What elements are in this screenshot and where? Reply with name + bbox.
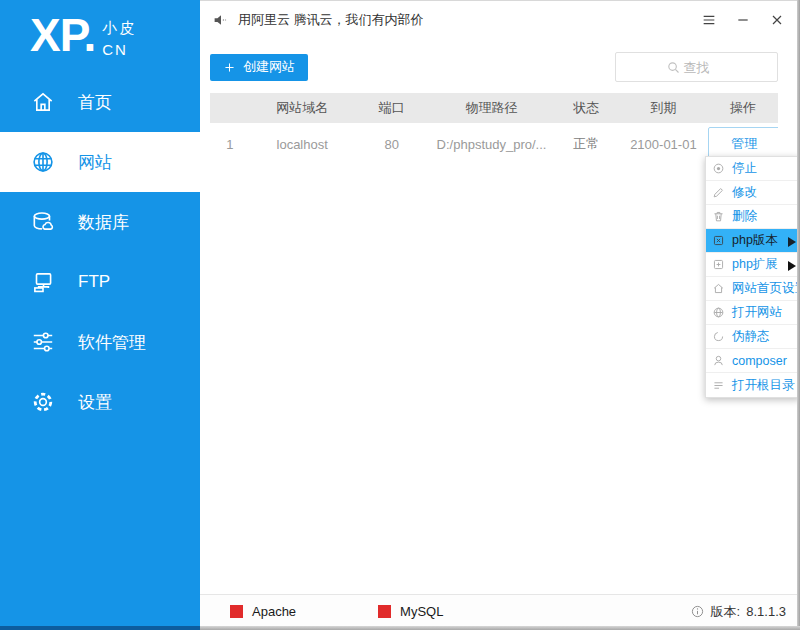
cell-index: 1 <box>210 137 250 152</box>
delete-icon <box>712 210 725 223</box>
mysql-status-icon <box>378 605 391 618</box>
window-bottom-border <box>0 626 800 630</box>
toolbar: 创建网站 <box>210 51 778 83</box>
sidebar-item-label: 设置 <box>78 391 112 414</box>
composer-icon <box>712 354 725 367</box>
cell-domain: localhost <box>250 137 355 152</box>
sidebar-item-database[interactable]: 数据库 <box>0 192 200 252</box>
menu-item-php-extension[interactable]: php扩展 <box>706 253 799 277</box>
header-expiry: 到期 <box>619 99 709 117</box>
table-row[interactable]: 1 localhost 80 D:/phpstudy_pro/... 正常 21… <box>210 123 778 165</box>
titlebar: 用阿里云 腾讯云，我们有内部价 <box>200 1 800 39</box>
table-header: 网站域名 端口 物理路径 状态 到期 操作 <box>210 93 778 123</box>
close-icon[interactable] <box>768 11 786 29</box>
cell-port: 80 <box>354 137 429 152</box>
ftp-icon <box>30 269 56 295</box>
menu-item-composer[interactable]: composer <box>706 349 799 373</box>
list-icon <box>712 379 725 392</box>
header-domain: 网站域名 <box>250 99 355 117</box>
php-version-icon <box>712 234 725 247</box>
app-logo: XP. 小皮 CN <box>0 0 200 72</box>
edit-icon <box>712 186 725 199</box>
sliders-icon <box>30 329 56 355</box>
sidebar-item-ftp[interactable]: FTP <box>0 252 200 312</box>
gear-icon <box>30 389 56 415</box>
version-info: 版本: 8.1.1.3 <box>690 603 786 621</box>
home-icon <box>30 89 56 115</box>
sidebar-item-label: 网站 <box>78 151 112 174</box>
globe-icon <box>30 149 56 175</box>
header-action: 操作 <box>708 99 778 117</box>
version-value: 8.1.1.3 <box>746 604 786 619</box>
speaker-icon <box>212 11 230 29</box>
sidebar-item-label: 软件管理 <box>78 331 146 354</box>
sidebar-item-software[interactable]: 软件管理 <box>0 312 200 372</box>
info-icon <box>690 604 705 619</box>
version-label: 版本: <box>711 603 741 621</box>
globe-icon <box>712 306 725 319</box>
header-status: 状态 <box>554 99 619 117</box>
sidebar-item-settings[interactable]: 设置 <box>0 372 200 432</box>
menu-item-rewrite[interactable]: 伪静态 <box>706 325 799 349</box>
service-mysql[interactable]: MySQL <box>378 604 443 619</box>
menu-item-php-version[interactable]: php版本 <box>706 229 799 253</box>
submenu-arrow-icon <box>787 236 797 246</box>
menu-item-delete[interactable]: 删除 <box>706 205 799 229</box>
sidebar-nav: 首页 网站 数据库 FTP <box>0 72 200 432</box>
menu-item-modify[interactable]: 修改 <box>706 181 799 205</box>
logo-subtext: 小皮 CN <box>102 17 136 61</box>
menu-item-open-website[interactable]: 打开网站 <box>706 301 799 325</box>
rewrite-icon <box>712 330 725 343</box>
php-extension-icon <box>712 258 725 271</box>
sidebar-item-label: FTP <box>78 272 110 292</box>
sidebar-item-label: 数据库 <box>78 211 129 234</box>
status-bar: Apache MySQL 版本: 8.1.1.3 <box>200 594 800 630</box>
logo-text: XP. <box>30 12 95 58</box>
hamburger-menu-icon[interactable] <box>700 11 718 29</box>
service-label: Apache <box>252 604 296 619</box>
app-window: XP. 小皮 CN 首页 网站 <box>0 0 800 630</box>
menu-item-homepage-settings[interactable]: 网站首页设置 <box>706 277 799 301</box>
create-website-button[interactable]: 创建网站 <box>210 54 308 81</box>
cell-path: D:/phpstudy_pro/... <box>429 137 554 152</box>
cell-expiry: 2100-01-01 <box>619 137 709 152</box>
home-icon <box>712 282 725 295</box>
sidebar-item-website[interactable]: 网站 <box>0 132 200 192</box>
sidebar-item-label: 首页 <box>78 91 112 114</box>
window-controls <box>700 11 786 29</box>
service-apache[interactable]: Apache <box>230 604 296 619</box>
menu-item-stop[interactable]: 停止 <box>706 157 799 181</box>
header-path: 物理路径 <box>429 99 554 117</box>
announcement-text[interactable]: 用阿里云 腾讯云，我们有内部价 <box>238 11 424 29</box>
manage-context-menu: 停止 修改 删除 php版本 php扩展 网站首页设置 打开网站 <box>705 156 800 398</box>
cell-status: 正常 <box>554 135 619 153</box>
minimize-icon[interactable] <box>734 11 752 29</box>
search-input[interactable] <box>616 53 777 81</box>
search-box <box>615 52 778 82</box>
submenu-arrow-icon <box>787 260 797 270</box>
plus-icon <box>223 61 236 74</box>
stop-icon <box>712 162 725 175</box>
menu-item-open-root-directory[interactable]: 打开根目录 <box>706 373 799 397</box>
header-port: 端口 <box>354 99 429 117</box>
service-label: MySQL <box>400 604 443 619</box>
sidebar: XP. 小皮 CN 首页 网站 <box>0 0 200 630</box>
apache-status-icon <box>230 605 243 618</box>
sidebar-item-home[interactable]: 首页 <box>0 72 200 132</box>
database-icon <box>30 209 56 235</box>
